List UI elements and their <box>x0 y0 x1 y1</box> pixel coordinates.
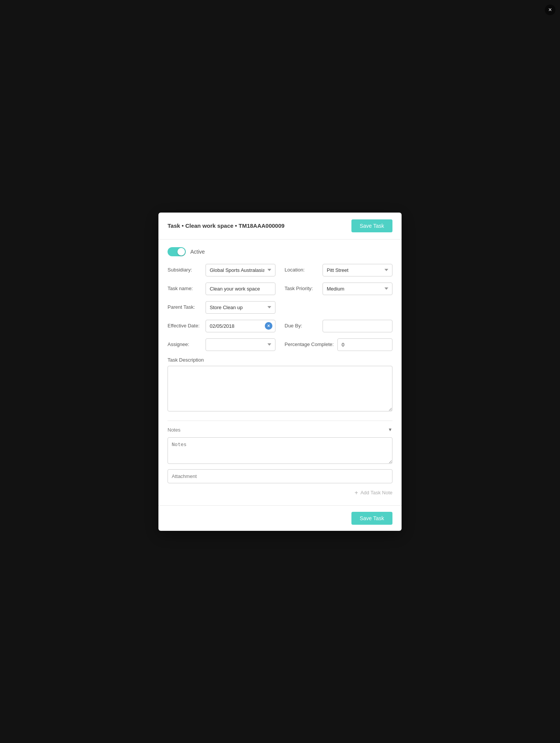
due-by-row: Due By: <box>285 320 392 332</box>
notes-chevron-icon: ▼ <box>388 427 392 432</box>
assignee-row: Assignee: <box>168 338 275 351</box>
save-task-button-top[interactable]: Save Task <box>351 219 392 232</box>
subsidiary-row: Subsidiary: Global Sports Australasia Pt… <box>168 264 275 276</box>
location-label: Location: <box>285 264 319 273</box>
date-clear-button[interactable]: × <box>265 322 272 330</box>
modal-header: Task • Clean work space • TM18AAA000009 … <box>158 213 402 240</box>
add-task-note-button[interactable]: + Add Task Note <box>168 488 392 498</box>
parent-task-row: Parent Task: Store Clean upWeekly Mainte… <box>168 301 275 314</box>
percentage-complete-label: Percentage Complete: <box>285 338 334 347</box>
active-toggle[interactable] <box>168 247 186 256</box>
parent-task-label: Parent Task: <box>168 301 202 310</box>
add-note-label: Add Task Note <box>361 490 392 495</box>
active-label: Active <box>190 249 205 255</box>
subsidiary-label: Subsidiary: <box>168 264 202 273</box>
task-name-wrap <box>206 283 275 295</box>
percentage-complete-row: Percentage Complete: <box>285 338 392 351</box>
date-wrap: × <box>206 320 275 332</box>
modal-overlay: Task • Clean work space • TM18AAA000009 … <box>0 0 560 743</box>
due-by-label: Due By: <box>285 320 319 329</box>
parent-task-select[interactable]: Store Clean upWeekly Maintenance <box>206 301 275 314</box>
attachment-input[interactable] <box>168 469 392 483</box>
task-name-label: Task name: <box>168 283 202 291</box>
task-description-textarea[interactable] <box>168 366 392 411</box>
form-grid: Subsidiary: Global Sports Australasia Pt… <box>168 264 392 351</box>
percentage-complete-input[interactable] <box>337 338 392 351</box>
task-priority-wrap: LowMediumHighCritical <box>323 283 392 295</box>
close-icon: × <box>548 6 552 13</box>
notes-section-label: Notes <box>168 427 180 433</box>
task-modal: Task • Clean work space • TM18AAA000009 … <box>158 213 402 531</box>
empty-cell <box>285 301 392 314</box>
close-button[interactable]: × <box>545 5 555 15</box>
task-description-section: Task Description <box>168 357 392 413</box>
add-note-plus-icon: + <box>354 489 358 496</box>
task-priority-label: Task Priority: <box>285 283 319 291</box>
task-priority-select[interactable]: LowMediumHighCritical <box>323 283 392 295</box>
due-by-input[interactable] <box>323 320 392 332</box>
due-by-wrap <box>323 320 392 332</box>
subsidiary-wrap: Global Sports Australasia Pty Ltd <box>206 264 275 276</box>
modal-title: Task • Clean work space • TM18AAA000009 <box>168 222 285 229</box>
assignee-label: Assignee: <box>168 338 202 347</box>
location-row: Location: Pitt StreetGeorge Street <box>285 264 392 276</box>
task-priority-row: Task Priority: LowMediumHighCritical <box>285 283 392 295</box>
effective-date-row: Effective Date: × <box>168 320 275 332</box>
notes-textarea[interactable] <box>168 437 392 464</box>
effective-date-label: Effective Date: <box>168 320 202 329</box>
location-wrap: Pitt StreetGeorge Street <box>323 264 392 276</box>
notes-section: Notes ▼ + Add Task Note <box>168 421 392 498</box>
task-description-label: Task Description <box>168 357 392 363</box>
assignee-wrap <box>206 338 275 351</box>
modal-body: Active Subsidiary: Global Sports Austral… <box>158 240 402 505</box>
toggle-thumb <box>177 248 185 256</box>
task-name-row: Task name: <box>168 283 275 295</box>
active-toggle-row: Active <box>168 247 392 256</box>
percentage-complete-wrap <box>337 338 392 351</box>
toggle-track <box>168 247 186 256</box>
save-task-button-bottom[interactable]: Save Task <box>351 512 392 525</box>
effective-date-wrap: × <box>206 320 275 332</box>
location-select[interactable]: Pitt StreetGeorge Street <box>323 264 392 276</box>
parent-task-wrap: Store Clean upWeekly Maintenance <box>206 301 275 314</box>
assignee-select[interactable] <box>206 338 275 351</box>
modal-footer: Save Task <box>158 505 402 531</box>
task-name-input[interactable] <box>206 283 275 295</box>
notes-header[interactable]: Notes ▼ <box>168 427 392 433</box>
subsidiary-select[interactable]: Global Sports Australasia Pty Ltd <box>206 264 275 276</box>
